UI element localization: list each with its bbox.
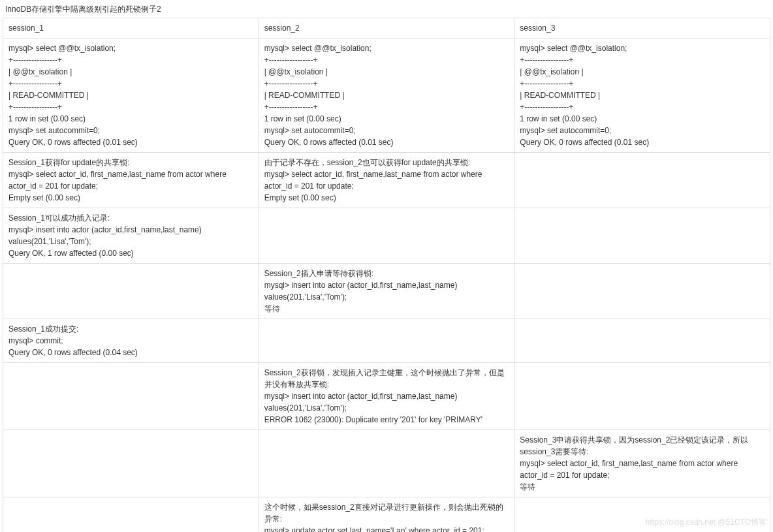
table-row: Session_1成功提交: mysql> commit; Query OK, … (3, 319, 770, 363)
cell: 由于记录不存在，session_2也可以获得for update的共享锁: my… (259, 153, 514, 208)
cell (3, 264, 259, 319)
cell: Session_2插入申请等待获得锁: mysql> insert into a… (259, 264, 514, 319)
cell (514, 363, 770, 430)
cell (259, 208, 514, 264)
cell: mysql> select @@tx_isolation; +---------… (259, 39, 514, 153)
cell (3, 430, 259, 497)
page-title: InnoDB存储引擎中隔离级别引起的死锁例子2 (3, 3, 770, 18)
cell (514, 153, 770, 208)
cell (514, 264, 770, 319)
cell (3, 363, 259, 430)
cell: mysql> select @@tx_isolation; +---------… (3, 39, 259, 153)
cell (259, 430, 514, 497)
cell (514, 497, 770, 533)
table-row: Session_3申请获得共享锁，因为session_2已经锁定该记录，所以se… (3, 430, 770, 497)
table-row: Session_2获得锁，发现插入记录主键重，这个时候抛出了异常，但是并没有释放… (3, 363, 770, 430)
cell: Session_1成功提交: mysql> commit; Query OK, … (3, 319, 259, 363)
cell: mysql> select @@tx_isolation; +---------… (514, 39, 770, 153)
cell: Session_1获得for update的共享锁: mysql> select… (3, 153, 259, 208)
cell (514, 208, 770, 264)
cell: Session_2获得锁，发现插入记录主键重，这个时候抛出了异常，但是并没有释放… (259, 363, 514, 430)
cell: 这个时候，如果session_2直接对记录进行更新操作，则会抛出死锁的异常: m… (259, 497, 514, 533)
cell (259, 319, 514, 363)
table-header-row: session_1 session_2 session_3 (3, 18, 770, 39)
col-header-session-1: session_1 (3, 18, 259, 39)
table-row: Session_2插入申请等待获得锁: mysql> insert into a… (3, 264, 770, 319)
cell: Session_3申请获得共享锁，因为session_2已经锁定该记录，所以se… (514, 430, 770, 497)
table-row: Session_1获得for update的共享锁: mysql> select… (3, 153, 770, 208)
cell (3, 497, 259, 533)
col-header-session-3: session_3 (514, 18, 770, 39)
session-table: session_1 session_2 session_3 mysql> sel… (3, 18, 770, 532)
cell: Session_1可以成功插入记录: mysql> insert into ac… (3, 208, 259, 264)
cell (514, 319, 770, 363)
table-row: Session_1可以成功插入记录: mysql> insert into ac… (3, 208, 770, 264)
table-row: 这个时候，如果session_2直接对记录进行更新操作，则会抛出死锁的异常: m… (3, 497, 770, 533)
col-header-session-2: session_2 (259, 18, 514, 39)
table-row: mysql> select @@tx_isolation; +---------… (3, 39, 770, 153)
